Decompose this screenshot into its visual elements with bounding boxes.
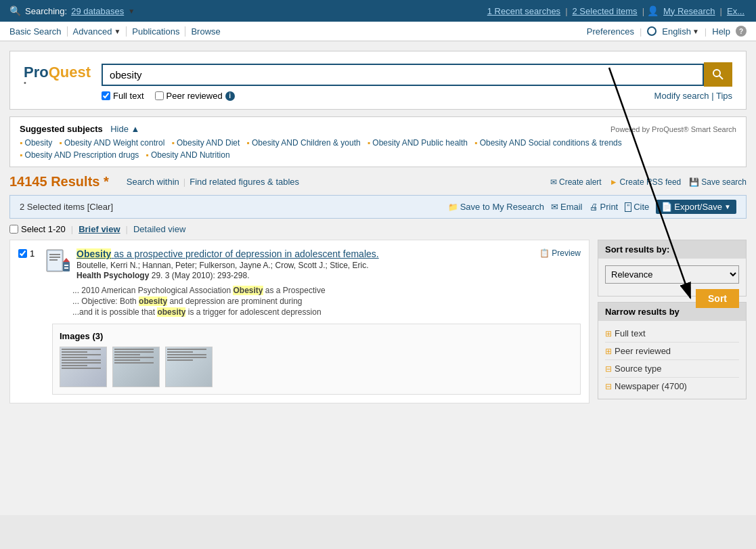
sort-button[interactable]: Sort	[696, 289, 739, 308]
search-right: Full text Peer reviewed i Modify search …	[102, 62, 732, 101]
print-icon: 🖨	[590, 202, 598, 212]
preview-icon: 📋	[539, 248, 550, 258]
svg-rect-6	[49, 259, 58, 261]
export-save-link[interactable]: 📄 Export/Save ▼	[656, 200, 736, 214]
search-options: Full text Peer reviewed i Modify search …	[102, 91, 732, 101]
result-1-title-area: Obesity as a prospective predictor of de…	[76, 248, 534, 280]
narrow-panel: Narrow results by ⊞Full text⊞Peer review…	[598, 302, 747, 399]
save-to-research-link[interactable]: 📁 Save to My Research	[448, 202, 544, 212]
suggested-tag[interactable]: Obesity AND Children & youth	[246, 138, 360, 148]
recent-searches-link[interactable]: 1 Recent searches	[487, 6, 560, 16]
image-thumb-1[interactable]	[60, 347, 107, 387]
svg-marker-8	[63, 258, 70, 262]
suggested-tag[interactable]: Obesity AND Social conditions & trends	[474, 138, 622, 148]
result-1-journal: Health Psychology 29. 3 (May 2010): 293-…	[76, 271, 534, 280]
snippet-1: ... 2010 American Psychological Associat…	[72, 286, 581, 295]
detailed-view-link[interactable]: Detailed view	[133, 224, 185, 234]
peer-reviewed-option[interactable]: Peer reviewed i	[155, 91, 235, 101]
selected-items-clear-link[interactable]: 2 Selected items [Clear]	[20, 202, 113, 212]
images-title: Images (3)	[60, 331, 573, 341]
nav-left: Basic Search Advanced ▼ Publications Bro…	[9, 26, 226, 37]
sort-select[interactable]: Relevance Date (newest first) Date (olde…	[605, 265, 739, 284]
my-research-link[interactable]: My Research	[663, 6, 715, 16]
tips-link[interactable]: Tips	[716, 91, 732, 101]
advanced-link[interactable]: Advanced ▼	[68, 26, 127, 37]
suggested-tag[interactable]: Obesity AND Diet	[171, 138, 240, 148]
language-link[interactable]: English ▼	[662, 26, 699, 37]
suggested-title-area: Suggested subjects Hide ▲	[20, 124, 139, 134]
exit-link[interactable]: Ex...	[727, 6, 744, 16]
help-icon: ?	[736, 26, 747, 37]
search-input[interactable]	[102, 64, 704, 86]
cite-link[interactable]: " Cite	[625, 202, 649, 212]
email-icon: ✉	[551, 202, 558, 212]
narrow-item[interactable]: ⊟Source type	[605, 360, 739, 378]
view-options: Select 1-20 | Brief view | Detailed view	[9, 224, 747, 234]
nav-bar: Basic Search Advanced ▼ Publications Bro…	[0, 22, 756, 41]
print-link[interactable]: 🖨 Print	[590, 202, 619, 212]
save-search-link[interactable]: 💾 Save search	[689, 177, 747, 187]
modify-search-link[interactable]: Modify search	[654, 91, 709, 101]
select-all-checkbox[interactable]	[9, 225, 18, 234]
snippet-3: ...and it is possible that obesity is a …	[72, 307, 581, 317]
narrow-item[interactable]: ⊞Full text	[605, 325, 739, 343]
publications-link[interactable]: Publications	[127, 26, 185, 37]
image-thumb-3[interactable]	[165, 347, 213, 387]
sort-panel-header: Sort results by:	[598, 240, 746, 259]
search-input-row	[102, 62, 732, 87]
narrow-item-icon: ⊟	[605, 382, 612, 391]
powered-label: Powered by ProQuest® Smart Search	[610, 125, 736, 133]
browse-link[interactable]: Browse	[185, 26, 225, 37]
find-related-link[interactable]: Find related figures & tables	[190, 177, 299, 187]
images-row	[60, 347, 573, 387]
dropdown-arrow-icon: ▼	[128, 7, 135, 15]
full-text-option[interactable]: Full text	[102, 91, 144, 101]
svg-rect-10	[64, 267, 68, 269]
create-rss-link[interactable]: ► Create RSS feed	[610, 177, 682, 187]
top-bar-left: 🔍 Searching: 29 databases ▼	[9, 5, 135, 16]
narrow-item[interactable]: ⊞Peer reviewed	[605, 343, 739, 360]
nav-sep1: |	[640, 26, 642, 37]
basic-search-link[interactable]: Basic Search	[9, 26, 68, 37]
suggested-tag[interactable]: Obesity	[20, 138, 52, 148]
suggested-tag[interactable]: Obesity AND Prescription drugs	[20, 150, 139, 160]
search-icon: 🔍	[9, 5, 21, 16]
preferences-link[interactable]: Preferences	[587, 26, 634, 37]
suggested-tag[interactable]: Obesity AND Nutrition	[146, 150, 229, 160]
right-panel: Sort results by: Relevance Date (newest …	[598, 240, 747, 409]
suggested-tag[interactable]: Obesity AND Public health	[368, 138, 468, 148]
results-right: ✉ Create alert ► Create RSS feed 💾 Save …	[550, 177, 747, 187]
result-1-preview-btn[interactable]: 📋 Preview	[539, 248, 581, 258]
create-alert-link[interactable]: ✉ Create alert	[550, 177, 602, 187]
suggested-subjects: Suggested subjects Hide ▲ Powered by Pro…	[9, 116, 747, 167]
sep3: |	[720, 6, 722, 16]
suggested-tags: ObesityObesity AND Weight controlObesity…	[20, 138, 736, 160]
image-thumb-2[interactable]	[112, 347, 160, 387]
full-text-checkbox[interactable]	[102, 91, 110, 100]
search-button[interactable]	[704, 62, 732, 87]
suggested-tag[interactable]: Obesity AND Weight control	[59, 138, 164, 148]
result-1-snippets: ... 2010 American Psychological Associat…	[18, 286, 581, 317]
export-icon: 📄	[661, 202, 672, 212]
select-all-option[interactable]: Select 1-20	[9, 224, 66, 234]
result-1-title[interactable]: Obesity as a prospective predictor of de…	[76, 248, 534, 259]
brief-view-link[interactable]: Brief view	[79, 224, 120, 234]
email-link[interactable]: ✉ Email	[551, 202, 583, 212]
save-research-icon: 📁	[448, 202, 458, 212]
databases-link[interactable]: 29 databases	[71, 6, 124, 16]
peer-reviewed-info-icon[interactable]: i	[225, 91, 235, 101]
search-within-link[interactable]: Search within	[127, 177, 179, 187]
result-1-journal-detail: 29. 3 (May 2010): 293-298.	[152, 271, 250, 280]
help-link[interactable]: Help	[712, 26, 730, 37]
selected-items-link[interactable]: 2 Selected items	[573, 6, 638, 16]
narrow-item-icon: ⊞	[605, 329, 612, 338]
result-1-icon	[44, 248, 71, 276]
narrow-item[interactable]: ⊟Newspaper (4700)	[605, 378, 739, 395]
peer-reviewed-checkbox[interactable]	[155, 91, 164, 100]
narrow-item-label: Full text	[615, 328, 646, 338]
save-icon: 💾	[689, 177, 699, 187]
result-1-title-rest: as a prospective predictor of depression…	[114, 248, 378, 259]
result-item-1-header: 1	[18, 248, 581, 280]
result-1-checkbox[interactable]	[18, 249, 27, 258]
suggested-hide-link[interactable]: Hide ▲	[110, 124, 139, 134]
